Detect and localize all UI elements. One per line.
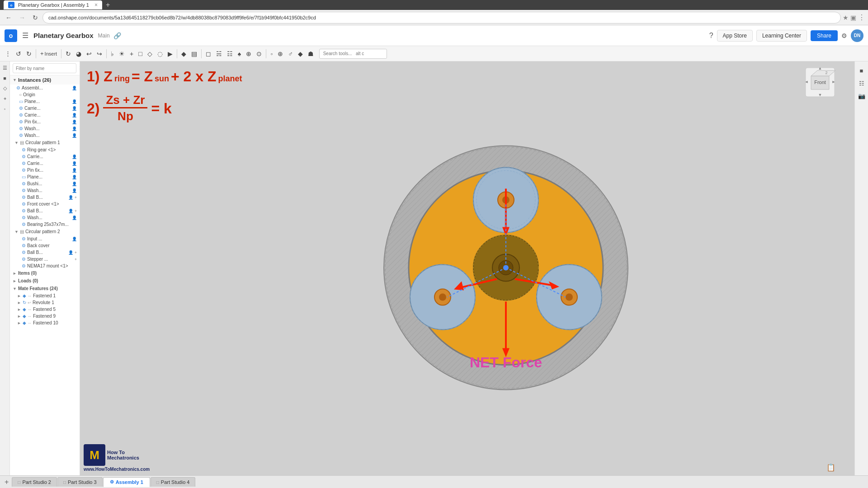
tool-btn-22[interactable]: ♂ [286,49,295,59]
tool-btn-24[interactable]: ☗ [306,49,316,59]
items-header[interactable]: ► Items (0) [10,269,80,277]
tool-btn-3[interactable]: ↩ [84,49,94,59]
extensions-btn[interactable]: ▣ [850,14,856,21]
more-btn[interactable]: ⋮ [858,13,865,22]
insert-button[interactable]: + Insert [38,49,59,58]
tool-btn-20[interactable]: ◦ [268,49,275,59]
sidebar-item-backcover[interactable]: ⚙ Back cover [10,242,80,249]
sidebar-item-wash3[interactable]: ⚙ Wash... 👤 [10,187,80,194]
address-bar[interactable] [42,12,841,23]
tab-part-studio-2[interactable]: □ Part Studio 2 [12,477,57,487]
tool-btn-1[interactable]: ↻ [63,49,73,59]
sidebar-item-plane2[interactable]: ▭ Plane... 👤 [10,174,80,180]
left-icon-2[interactable]: ■ [2,75,7,82]
sidebar-item-carrie2[interactable]: ⚙ Carrie... 👤 [10,112,80,118]
tool-btn-23[interactable]: ◆ [296,49,305,59]
sidebar-filter-input[interactable] [13,63,76,73]
hamburger-menu[interactable]: ☰ [21,30,30,41]
share-button[interactable]: Share [811,30,838,41]
tool-btn-2[interactable]: ◕ [74,49,84,59]
tool-btn-5[interactable]: ♭ [108,49,116,59]
toolbar-btn-1[interactable]: ⋮ [3,49,13,58]
sidebar-item-wash4[interactable]: ⚙ Wash... 👤 [10,214,80,221]
tool-btn-10[interactable]: ◌ [155,49,165,59]
tab-part-studio-4[interactable]: □ Part Studio 4 [151,477,196,487]
sidebar-item-origin[interactable]: ○ Origin [10,91,80,98]
right-panel-icon-3[interactable]: 📷 [856,90,867,101]
instances-header[interactable]: ▼ Instances (26) [10,75,80,84]
sidebar-item-ballb3[interactable]: ⚙ Ball B... 👤 + [10,249,80,256]
tool-btn-9[interactable]: ◇ [145,49,155,59]
browser-tab-active[interactable]: o Planetary Gearbox | Assembly 1 × [4,0,102,9]
new-tab-button[interactable]: + [104,1,112,9]
mate-fastened10[interactable]: ► ◆ ↔ Fastened 10 [10,319,80,326]
sidebar-item-nema17[interactable]: ⚙ NEMA17 mount <1> [10,263,80,269]
sidebar-item-input[interactable]: ⚙ Input ... 👤 [10,235,80,242]
right-panel-icon-1[interactable]: ■ [856,65,867,76]
left-icon-1[interactable]: ☰ [2,64,8,72]
notes-icon[interactable]: 📋 [826,463,835,472]
nav-refresh-button[interactable]: ↻ [30,13,41,23]
loads-header[interactable]: ► Loads (0) [10,277,80,285]
tool-btn-12[interactable]: ◆ [179,49,189,59]
sidebar-item-wash2[interactable]: ⚙ Wash... 👤 [10,132,80,139]
tab-assembly-1[interactable]: ⚙ Assembly 1 [103,477,150,487]
tool-btn-4[interactable]: ↪ [94,49,104,59]
sidebar-item-ringgear[interactable]: ⚙ Ring gear <1> [10,146,80,153]
tool-btn-19[interactable]: ⊙ [254,49,264,59]
sidebar-item-assembly[interactable]: ⚙ Assembl... 👤 [10,84,80,91]
sidebar-item-carrie4[interactable]: ⚙ Carrie... 👤 [10,160,80,167]
mate-revolute1[interactable]: ► ↻ ↩ Revolute 1 [10,299,80,306]
view-cube[interactable]: Front 2 ▼ ◄ ► ▲ [805,67,835,98]
sidebar-item-wash1[interactable]: ⚙ Wash... 👤 [10,125,80,132]
sidebar-item-carrie3[interactable]: ⚙ Carrie... 👤 [10,153,80,160]
tool-btn-14[interactable]: ◻ [203,49,213,59]
sidebar-item-pin2[interactable]: ⚙ Pin 6x... 👤 [10,167,80,174]
left-icon-3[interactable]: ◇ [2,84,8,92]
user-avatar[interactable]: DN [851,29,863,42]
learning-center-button[interactable]: Learning Center [756,30,807,42]
left-icon-5[interactable]: ◦ [3,105,7,113]
tool-btn-18[interactable]: ⊕ [244,49,254,59]
tool-btn-13[interactable]: ▤ [189,49,199,59]
tab-close-icon[interactable]: × [94,2,98,8]
redo-button[interactable]: ↻ [24,49,34,59]
right-panel-icon-2[interactable]: ☷ [856,78,867,89]
circular-pattern2-header[interactable]: ▼ ▤ Circular pattern 2 [10,228,80,235]
sidebar-item-frontcover[interactable]: ⚙ Front cover <1> [10,201,80,207]
circular-pattern1-header[interactable]: ▼ ▤ Circular pattern 1 [10,139,80,146]
link-icon[interactable]: 🔗 [113,32,121,39]
mate-features-header[interactable]: ▼ Mate Features (24) [10,285,80,292]
nav-forward-button[interactable]: → [16,13,28,23]
add-tab-button[interactable]: + [2,477,11,487]
tool-btn-16[interactable]: ☷ [225,49,235,59]
sidebar-item-bearing[interactable]: ⚙ Bearing 25x37x7m... [10,221,80,228]
tool-btn-6[interactable]: ☀ [117,49,127,59]
mate-fastened9[interactable]: ► ◆ ↔ Fastened 9 [10,313,80,319]
tab-part-studio-3[interactable]: □ Part Studio 3 [57,477,103,487]
tool-btn-7[interactable]: + [127,49,136,59]
onshape-logo[interactable]: o [5,29,17,42]
mate-fastened5[interactable]: ► ◆ ↔ Fastened 5 [10,306,80,313]
sidebar-item-pin6x[interactable]: ⚙ Pin 6x... 👤 [10,118,80,125]
help-icon-btn[interactable]: ? [709,32,713,40]
tool-btn-17[interactable]: ♠ [236,49,243,59]
search-tools-input[interactable] [319,49,387,59]
bookmark-btn[interactable]: ★ [843,14,849,21]
app-store-button[interactable]: App Store [717,30,753,42]
left-icon-4[interactable]: ⌖ [3,95,7,103]
nav-back-button[interactable]: ← [3,13,14,23]
settings-icon-btn[interactable]: ⚙ [841,32,847,39]
tool-btn-11[interactable]: ▶ [165,49,175,59]
tool-btn-21[interactable]: ⊕ [275,49,285,59]
sidebar-item-ballb2[interactable]: ⚙ Ball B... 👤 + [10,207,80,214]
sidebar-item-ballb1[interactable]: ⚙ Ball B... 👤 + [10,194,80,201]
sidebar-item-plane[interactable]: ▭ Plane... 👤 [10,98,80,105]
sidebar-item-stepper[interactable]: ⚙ Stepper ... + [10,256,80,263]
sidebar-item-bushi[interactable]: ⚙ Bushi... 👤 [10,180,80,187]
mate-fastened1[interactable]: ► ◆ ↔ Fastened 1 [10,292,80,299]
tool-btn-8[interactable]: □ [136,49,144,59]
sidebar-item-carrie1[interactable]: ⚙ Carrie... 👤 [10,105,80,112]
undo-button[interactable]: ↺ [14,49,24,59]
tool-btn-15[interactable]: ☵ [214,49,224,59]
